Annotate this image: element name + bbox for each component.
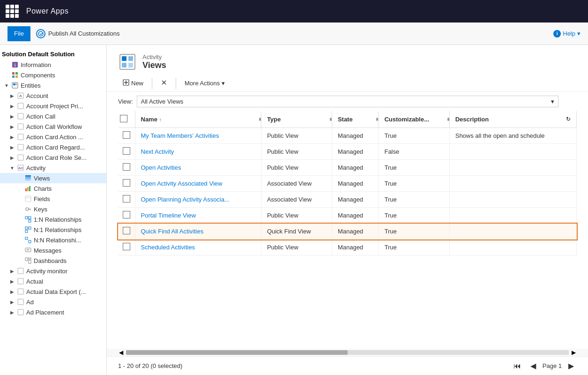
horizontal-scroll-track[interactable] [126, 350, 569, 355]
sidebar-item-information[interactable]: i Information [0, 60, 106, 70]
row-type-cell: Associated View [261, 176, 332, 192]
row-name-link[interactable]: Next Activity [141, 148, 174, 155]
state-col-resize-handle[interactable] [376, 118, 378, 121]
sidebar-item-nn-relationships[interactable]: N:N Relationshi... [0, 235, 106, 245]
sidebar-item-ad[interactable]: ▶ Ad [0, 297, 106, 307]
first-page-button[interactable]: ⏮ [511, 361, 524, 371]
type-col-resize-handle[interactable] [330, 118, 332, 121]
col-header-state[interactable]: State [332, 111, 379, 128]
prev-page-button[interactable]: ◀ [528, 360, 539, 371]
table-row[interactable]: My Team Members' ActivitiesPublic ViewMa… [118, 128, 577, 144]
row-checkbox[interactable] [123, 147, 130, 155]
cmd-divider-2 [176, 78, 176, 89]
sidebar-item-messages[interactable]: Messages [0, 245, 106, 255]
more-actions-dropdown-icon: ▾ [222, 80, 225, 87]
publish-button[interactable]: Publish All Customizations [36, 29, 119, 38]
more-actions-button[interactable]: More Actions ▾ [180, 77, 230, 89]
row-checkbox[interactable] [123, 227, 130, 234]
customizable-col-resize-handle[interactable] [447, 118, 449, 121]
entities-expand-arrow: ▼ [4, 83, 9, 88]
sidebar-item-actual-data-export[interactable]: ▶ Actual Data Export (... [0, 286, 106, 297]
row-checkbox[interactable] [123, 163, 130, 171]
sidebar-item-action-call[interactable]: ▶ Action Call [0, 111, 106, 121]
table-row[interactable]: Quick Find All ActivitiesQuick Find View… [118, 224, 577, 240]
col-header-type[interactable]: Type [261, 111, 332, 128]
table-row[interactable]: Next ActivityPublic ViewManagedFalse [118, 144, 577, 160]
view-select-dropdown[interactable]: All Active Views ▾ [137, 96, 558, 107]
row-checkbox-cell [118, 208, 135, 224]
table-row[interactable]: Scheduled ActivitiesPublic ViewManagedTr… [118, 240, 577, 255]
svg-rect-37 [29, 227, 31, 229]
row-name-link[interactable]: Quick Find All Activities [141, 228, 204, 235]
sidebar-item-account[interactable]: ▶ A Account [0, 90, 106, 101]
sidebar-item-activity[interactable]: ▼ Act Activity [0, 163, 106, 173]
help-link[interactable]: i Help ▾ [553, 30, 581, 38]
row-description-cell [449, 192, 576, 208]
col-header-checkbox [118, 111, 135, 128]
file-button[interactable]: File [7, 26, 30, 41]
row-customizable-cell: True [379, 176, 449, 192]
row-checkbox[interactable] [123, 211, 130, 218]
sidebar-item-1n-relationships[interactable]: 1:N Relationships [0, 214, 106, 225]
sidebar-item-ad-placement[interactable]: ▶ Ad Placement [0, 307, 106, 317]
fields-icon [24, 195, 32, 202]
col-name-label: Name [141, 116, 157, 123]
table-row[interactable]: Open Activity Associated ViewAssociated … [118, 176, 577, 192]
col-header-customizable[interactable]: Customizable... [379, 111, 449, 128]
name-col-resize-handle[interactable] [259, 118, 261, 121]
scroll-right-button[interactable]: ▶ [571, 349, 577, 356]
row-name-link[interactable]: My Team Members' Activities [141, 132, 219, 139]
waffle-icon[interactable] [6, 5, 19, 18]
svg-point-28 [26, 208, 29, 210]
sidebar-item-fields[interactable]: Fields [0, 194, 106, 204]
help-icon: i [553, 30, 561, 38]
sidebar-item-components[interactable]: Components [0, 70, 106, 80]
col-header-description[interactable]: Description ↻ [449, 111, 576, 128]
table-row[interactable]: Open Planning Activity Associa...Associa… [118, 192, 577, 208]
row-name-link[interactable]: Open Activities [141, 164, 181, 171]
cmd-divider-1 [152, 78, 152, 89]
sidebar-item-dashboards[interactable]: Dashboards [0, 255, 106, 266]
row-checkbox[interactable] [123, 195, 130, 202]
sidebar-item-action-card-action[interactable]: ▶ Action Card Action ... [0, 132, 106, 142]
tree-arrow: ▶ [9, 289, 15, 294]
top-bar: Power Apps [0, 0, 588, 22]
sidebar-item-entities[interactable]: ▼ Entities [0, 80, 106, 90]
next-page-button[interactable]: ▶ [566, 360, 577, 371]
sidebar-item-action-card-role-se[interactable]: ▶ Action Card Role Se... [0, 152, 106, 163]
row-name-cell: Open Planning Activity Associa... [135, 192, 261, 208]
sidebar-item-action-card-regard[interactable]: ▶ Action Card Regard... [0, 142, 106, 152]
sidebar-item-label: Messages [34, 247, 61, 254]
svg-rect-46 [29, 260, 31, 263]
header-checkbox[interactable] [120, 115, 127, 122]
sidebar-item-charts[interactable]: Charts [0, 183, 106, 194]
row-name-link[interactable]: Open Activity Associated View [141, 180, 223, 187]
tree-arrow: ▶ [9, 114, 15, 119]
row-checkbox[interactable] [123, 131, 130, 139]
table-row[interactable]: Portal Timeline ViewPublic ViewManagedTr… [118, 208, 577, 224]
scroll-left-button[interactable]: ◀ [118, 349, 124, 356]
pagination-summary: 1 - 20 of 20 (0 selected) [118, 362, 182, 369]
svg-rect-24 [27, 187, 29, 191]
row-name-link[interactable]: Open Planning Activity Associa... [141, 196, 230, 203]
new-button[interactable]: New [118, 77, 148, 90]
table-row[interactable]: Open ActivitiesPublic ViewManagedTrue [118, 160, 577, 176]
svg-rect-22 [25, 179, 31, 180]
sidebar-item-n1-relationships[interactable]: N:1 Relationships [0, 225, 106, 235]
row-description-cell [449, 160, 576, 176]
sidebar-item-actual[interactable]: ▶ Actual [0, 276, 106, 286]
refresh-button[interactable]: ↻ [566, 116, 571, 122]
sidebar-item-activity-monitor[interactable]: ▶ Activity monitor [0, 266, 106, 276]
sidebar-item-views[interactable]: Views [0, 173, 106, 183]
row-customizable-cell: True [379, 160, 449, 176]
delete-button[interactable] [156, 77, 172, 90]
row-name-link[interactable]: Scheduled Activities [141, 244, 195, 251]
horizontal-scroll-thumb[interactable] [126, 350, 348, 355]
row-name-link[interactable]: Portal Timeline View [141, 212, 196, 219]
row-checkbox[interactable] [123, 243, 130, 250]
sidebar-item-keys[interactable]: Keys [0, 204, 106, 214]
row-checkbox[interactable] [123, 179, 130, 187]
sidebar-item-account-project[interactable]: ▶ Account Project Pri... [0, 101, 106, 111]
sidebar-item-action-call-workflow[interactable]: ▶ Action Call Workflow [0, 121, 106, 132]
col-header-name[interactable]: Name ↑ [135, 111, 261, 128]
